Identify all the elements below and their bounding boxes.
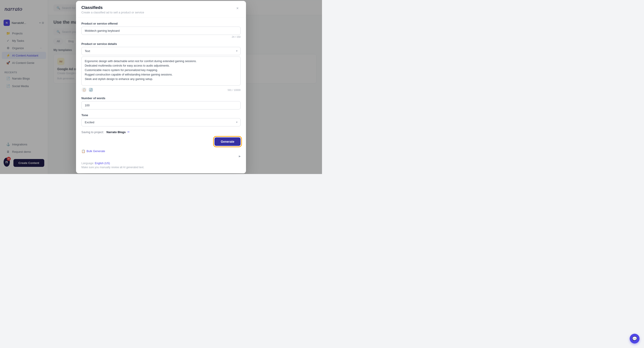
- modal-title: Classifieds: [82, 5, 144, 10]
- words-field-group: Number of words: [82, 97, 240, 109]
- words-label: Number of words: [82, 97, 240, 100]
- tone-select[interactable]: Excited Professional Casual Formal Frien…: [82, 118, 240, 126]
- saving-label: Saving to project:: [82, 131, 104, 134]
- copy-icon[interactable]: 📋: [82, 87, 87, 92]
- disclaimer: Make sure you manually review all AI gen…: [82, 166, 240, 169]
- details-field-group: Product or service details Text Bullet P…: [82, 42, 240, 92]
- modal-header: Classifieds Create a classified ad to se…: [76, 1, 246, 17]
- product-char-count: 24 / 150: [82, 35, 240, 38]
- expand-icon: ▶: [239, 155, 240, 158]
- details-char-count: 591 / 10000: [228, 89, 240, 91]
- refresh-icon[interactable]: 🔄: [88, 87, 94, 92]
- details-type-select[interactable]: Text Bullet Points Numbered List: [82, 47, 240, 55]
- tone-label: Tone: [82, 114, 240, 117]
- modal-footer-note: Language: English (US): [82, 162, 240, 165]
- bulk-icon: 📋: [82, 150, 85, 153]
- product-field-group: Product or service offered 24 / 150: [82, 22, 240, 38]
- details-textarea[interactable]: Ergonomic design with detachable wrist r…: [82, 56, 240, 86]
- modal-actions: Generate: [82, 137, 240, 146]
- modal-close-button[interactable]: ×: [234, 5, 240, 12]
- tone-select-wrapper: Excited Professional Casual Formal Frien…: [82, 118, 240, 126]
- details-type-wrapper: Text Bullet Points Numbered List ▾: [82, 47, 240, 55]
- details-label: Product or service details: [82, 42, 240, 46]
- generate-button[interactable]: Generate: [214, 137, 240, 146]
- modal-body: Product or service offered 24 / 150 Prod…: [76, 17, 246, 173]
- product-label: Product or service offered: [82, 22, 240, 25]
- words-input[interactable]: [82, 101, 240, 109]
- product-input[interactable]: [82, 26, 240, 35]
- bulk-generate-link[interactable]: 📋 Bulk Generate: [82, 150, 240, 153]
- saving-to: Saving to project: Narrato Blogs ✏: [82, 131, 240, 134]
- classifieds-modal: Classifieds Create a classified ad to se…: [76, 1, 246, 173]
- language-link[interactable]: English (US): [95, 162, 110, 165]
- modal-subtitle: Create a classified ad to sell a product…: [82, 11, 144, 14]
- tone-field-group: Tone Excited Professional Casual Formal …: [82, 114, 240, 126]
- edit-project-icon[interactable]: ✏: [128, 131, 130, 134]
- language-label: Language:: [82, 162, 94, 165]
- saving-project-link[interactable]: Narrato Blogs: [106, 131, 126, 134]
